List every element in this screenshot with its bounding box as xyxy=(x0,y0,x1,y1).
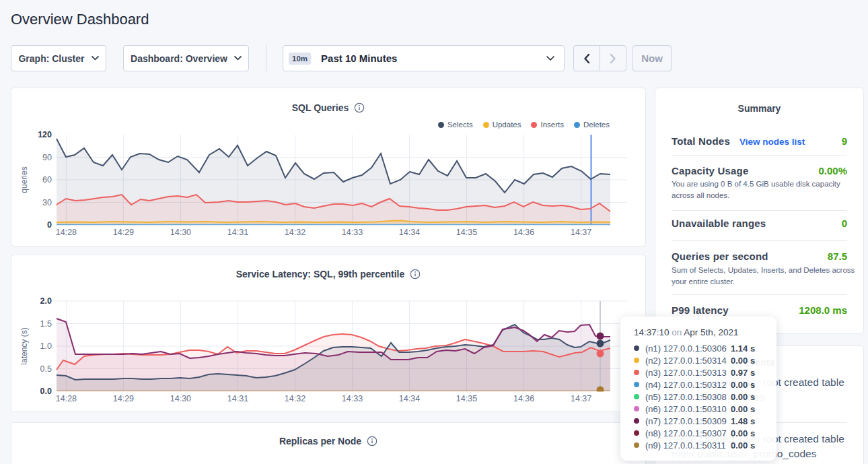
svg-text:14:31: 14:31 xyxy=(227,394,248,403)
svg-text:14:28: 14:28 xyxy=(56,394,77,403)
svg-text:1.0: 1.0 xyxy=(40,341,52,351)
svg-text:14:37: 14:37 xyxy=(571,394,591,403)
svg-text:14:33: 14:33 xyxy=(342,394,363,403)
svg-text:14:30: 14:30 xyxy=(170,394,191,403)
svg-text:14:34: 14:34 xyxy=(399,394,420,403)
svg-text:2.0: 2.0 xyxy=(40,296,52,306)
svg-text:60: 60 xyxy=(42,175,52,185)
svg-text:14:28: 14:28 xyxy=(56,228,77,237)
svg-text:90: 90 xyxy=(42,153,52,162)
svg-text:queries: queries xyxy=(20,166,29,193)
svg-text:14:32: 14:32 xyxy=(285,228,305,237)
svg-text:0.0: 0.0 xyxy=(40,387,52,396)
svg-text:1.5: 1.5 xyxy=(40,319,52,329)
svg-text:14:35: 14:35 xyxy=(456,228,477,237)
svg-text:latency (s): latency (s) xyxy=(20,327,29,364)
svg-text:14:32: 14:32 xyxy=(285,394,305,403)
svg-text:14:29: 14:29 xyxy=(113,394,134,403)
svg-text:14:30: 14:30 xyxy=(170,228,191,237)
svg-text:120: 120 xyxy=(38,130,52,139)
svg-text:14:36: 14:36 xyxy=(513,394,534,403)
svg-text:14:29: 14:29 xyxy=(113,228,134,237)
svg-text:14:31: 14:31 xyxy=(227,228,248,237)
svg-text:14:34: 14:34 xyxy=(399,228,420,237)
svg-text:14:36: 14:36 xyxy=(513,228,534,237)
svg-text:0.5: 0.5 xyxy=(40,364,52,374)
svg-text:14:37: 14:37 xyxy=(571,228,591,237)
svg-text:0: 0 xyxy=(47,220,52,230)
svg-text:30: 30 xyxy=(42,198,52,207)
svg-text:14:33: 14:33 xyxy=(342,228,363,237)
svg-text:14:35: 14:35 xyxy=(456,394,477,403)
